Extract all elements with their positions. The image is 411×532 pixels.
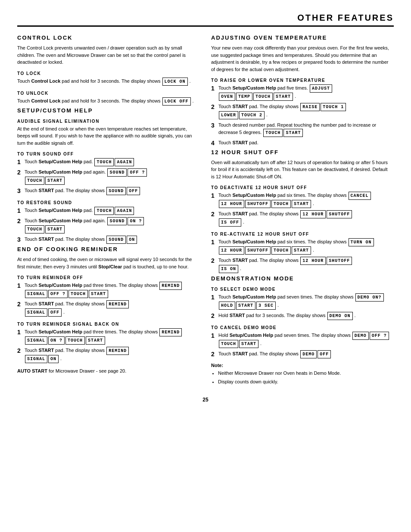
display-touch8: TOUCH bbox=[263, 129, 283, 137]
step-raise-3: 3 Touch desired number pad. Repeat touch… bbox=[211, 121, 392, 137]
note-section: Note: Neither Microwave Drawer nor Oven … bbox=[211, 363, 392, 385]
control-lock-body: The Control Lock prevents unwanted oven … bbox=[17, 44, 198, 66]
subsection-to-unlock: To Unlock bbox=[17, 91, 198, 96]
step-select-demo-1: 1 Touch Setup/Custom Help pad seven time… bbox=[211, 293, 392, 310]
subsection-reminder-off: To Turn Reminder Off bbox=[17, 275, 198, 280]
step-num: 2 bbox=[211, 312, 217, 320]
display-start6: START bbox=[283, 129, 303, 137]
step-text: Touch Setup/Custom Help pad. TOUCHAGAIN bbox=[25, 207, 198, 215]
display-start3: START bbox=[89, 290, 108, 298]
display-touch6: TOUCH bbox=[65, 336, 85, 345]
display-is-on: IS ON bbox=[219, 265, 238, 273]
step-sound-off-1: 1 Touch Setup/Custom Help pad. TOUCHAGAI… bbox=[17, 158, 198, 166]
section-title-12hour: 12 Hour Shut Off bbox=[211, 149, 392, 156]
display-touch7: TOUCH bbox=[253, 93, 273, 101]
step-react-1: 1 Touch Setup/Custom Help pad six times.… bbox=[211, 238, 392, 255]
section-control-lock: Control Lock The Control Lock prevents u… bbox=[17, 34, 198, 106]
display-12hour4: 12 HOUR bbox=[300, 257, 326, 265]
step-sound-off-2: 2 Touch Setup/Custom Help pad again. Sou… bbox=[17, 168, 198, 185]
step-text: Touch Setup/Custom Help pad again. SouNd… bbox=[25, 168, 198, 185]
display-off2: OFF bbox=[48, 308, 62, 317]
display-12hour: 12 HOUR bbox=[219, 200, 244, 208]
display-demo-on: DEMO ON bbox=[327, 312, 353, 320]
step-num: 1 bbox=[211, 192, 217, 199]
section-title-demo: Demonstration Mode bbox=[211, 275, 392, 282]
display-again: AGAIN bbox=[115, 158, 134, 166]
step-text: Touch Setup/Custom Help pad three times.… bbox=[25, 282, 198, 298]
display-shutoff2: SHUTOFF bbox=[327, 210, 352, 218]
step-deact-1: 1 Touch Setup/Custom Help pad six times.… bbox=[211, 192, 392, 208]
display-remind3: REMIND bbox=[159, 328, 182, 336]
to-unlock-text: Touch Control Lock pad and hold for 3 se… bbox=[17, 97, 198, 106]
step-num: 3 bbox=[211, 121, 217, 129]
display-start8: START bbox=[292, 246, 311, 255]
display-3sec: 3 SEC bbox=[256, 302, 276, 310]
section-title-end-cooking: End of Cooking Reminder bbox=[17, 246, 198, 252]
page-title: Other Features bbox=[17, 13, 394, 23]
display-sound4: sound bbox=[106, 236, 126, 244]
display-off-q: OFF ? bbox=[128, 168, 147, 177]
display-shutoff: SHUTOFF bbox=[245, 200, 271, 208]
display-on-q2: ON ? bbox=[48, 336, 65, 345]
display-12hour2: 12 HOUR bbox=[300, 210, 326, 218]
step-text: Hold Setup/Custom Help pad seven times. … bbox=[218, 332, 392, 348]
display-lock-off: LOCK OFF bbox=[162, 97, 191, 106]
display-on: ON bbox=[127, 236, 137, 244]
display-signal3: SIGNAL bbox=[25, 336, 47, 345]
step-text: Touch Setup/Custom Help pad six times. T… bbox=[218, 238, 392, 255]
step-num: 1 bbox=[211, 84, 217, 92]
subsection-audible-signal: Audible Signal Elimination bbox=[17, 119, 198, 124]
columns: Control Lock The Control Lock prevents u… bbox=[17, 34, 394, 386]
step-num: 1 bbox=[17, 158, 23, 166]
subsection-deactivate-12hour: To Deactivate 12 Hour Shut Off bbox=[211, 185, 392, 190]
display-start: START bbox=[45, 177, 65, 185]
subsection-turn-sound-off: To Turn Sound Off bbox=[17, 152, 198, 156]
step-restore-1: 1 Touch Setup/Custom Help pad. TOUCHAGAI… bbox=[17, 207, 198, 215]
display-off3: OFF bbox=[318, 350, 331, 358]
note-item-1: Neither Microwave Drawer nor Oven heats … bbox=[218, 370, 392, 377]
subsection-cancel-demo: To Cancel Demo Mode bbox=[211, 325, 392, 330]
step-sound-off-3: 3 Touch START pad. The display shows Sou… bbox=[17, 187, 198, 195]
display-again2: AGAIN bbox=[115, 207, 134, 215]
display-touch9: TOUCH bbox=[271, 200, 291, 208]
auto-start-line: AUTO START for Microwave Drawer - see pa… bbox=[17, 367, 198, 375]
step-num: 4 bbox=[211, 139, 217, 147]
step-num: 2 bbox=[17, 347, 23, 355]
display-turnon: TURN ON bbox=[349, 238, 374, 246]
subsection-reactivate-12hour: To Re-Activate 12 Hour Shut Off bbox=[211, 232, 392, 236]
step-text: Touch START pad. The display shows SouND… bbox=[25, 187, 198, 195]
display-touch3: TOUCH bbox=[94, 207, 114, 215]
subsection-restore-sound: To Restore Sound bbox=[17, 200, 198, 205]
display-off: OFF bbox=[127, 187, 140, 195]
right-column: Adjusting Oven Temperature Your new oven… bbox=[211, 34, 392, 386]
step-text: Touch Setup/Custom Help pad six times. T… bbox=[218, 192, 392, 208]
display-touch1: TOUCH 1 bbox=[321, 103, 346, 111]
step-text: Touch START pad. The display shows RAISE… bbox=[218, 103, 392, 119]
display-is-off: IS OFF bbox=[219, 218, 241, 227]
subsection-reminder-back-on: To Turn Reminder Signal Back On bbox=[17, 322, 198, 327]
step-text: Touch desired number pad. Repeat touchin… bbox=[218, 121, 392, 137]
step-reminder-off-2: 2 Touch START pad. The display shows REM… bbox=[17, 300, 198, 317]
step-reminder-on-1: 1 Touch Setup/Custom Help pad three time… bbox=[17, 328, 198, 345]
section-title-setup: Setup/Custom Help bbox=[17, 107, 198, 114]
display-cancel: CANCEL bbox=[349, 192, 371, 200]
step-num: 1 bbox=[17, 282, 23, 289]
left-column: Control Lock The Control Lock prevents u… bbox=[17, 34, 198, 386]
step-num: 2 bbox=[17, 168, 23, 176]
step-cancel-demo-1: 1 Hold Setup/Custom Help pad seven times… bbox=[211, 332, 392, 348]
step-num: 1 bbox=[211, 238, 217, 246]
display-remind: REMIND bbox=[159, 282, 182, 290]
step-num: 1 bbox=[211, 332, 217, 339]
page-header: Other Features bbox=[17, 13, 394, 27]
step-raise-2: 2 Touch START pad. The display shows RAI… bbox=[211, 103, 392, 119]
step-text: Touch Setup/Custom Help pad seven times.… bbox=[218, 293, 392, 310]
step-num: 1 bbox=[17, 328, 23, 336]
step-num: 1 bbox=[211, 293, 217, 301]
end-cooking-body: At end of timed cooking, the oven or mic… bbox=[17, 256, 198, 270]
section-setup-custom-help: Setup/Custom Help Audible Signal Elimina… bbox=[17, 107, 198, 244]
display-sound2: SouND bbox=[106, 187, 126, 195]
step-text: Touch Setup/Custom Help pad three times.… bbox=[25, 328, 198, 345]
display-on2: ON bbox=[48, 355, 59, 363]
auto-start-text: for Microwave Drawer - see page 20. bbox=[49, 368, 126, 373]
display-touch5: TOUCH bbox=[68, 290, 88, 298]
